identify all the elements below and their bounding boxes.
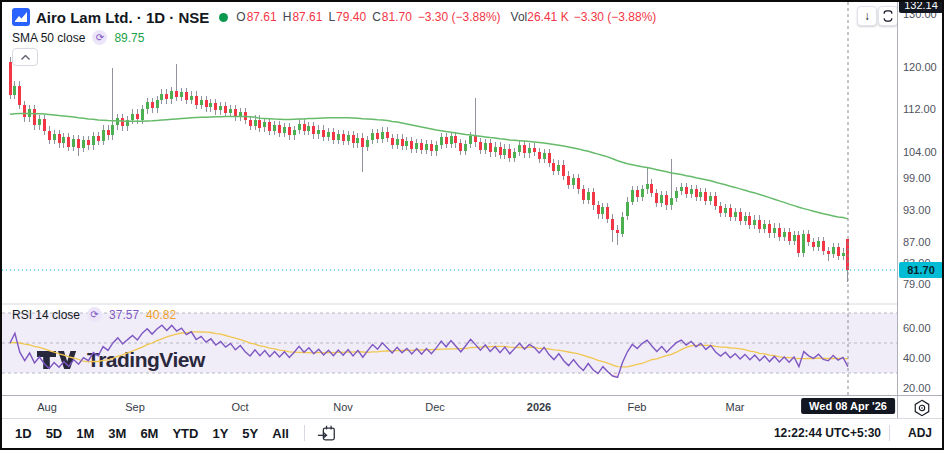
axis-settings-corner[interactable]	[897, 395, 944, 419]
candle	[165, 94, 168, 100]
rsi-tick: 40.00	[903, 352, 931, 364]
time-tick: Sep	[125, 401, 145, 413]
legend-collapse-button[interactable]	[12, 48, 38, 66]
candle	[283, 127, 286, 132]
candle	[783, 232, 786, 237]
range-button-5y[interactable]: 5Y	[235, 423, 265, 444]
candle	[33, 109, 36, 125]
range-button-ytd[interactable]: YTD	[165, 423, 205, 444]
price-axis[interactable]: 130.00120.00112.00104.0099.0093.0087.008…	[897, 2, 944, 395]
volume-change: −3.30 (−3.88%)	[574, 10, 657, 24]
candle	[758, 220, 761, 230]
candle	[185, 92, 188, 99]
candle	[464, 144, 467, 151]
candle	[621, 217, 624, 234]
candle	[72, 139, 75, 146]
chart-plot[interactable]	[2, 2, 897, 395]
candle	[175, 91, 178, 97]
candle	[121, 118, 124, 127]
candle	[396, 139, 399, 145]
candle	[219, 106, 222, 110]
candle	[209, 103, 212, 107]
rsi-tick: 60.00	[903, 322, 931, 334]
volume-value: 26.41 K	[527, 10, 568, 24]
candle	[587, 192, 590, 199]
candle	[503, 149, 506, 155]
clock[interactable]: 12:22:44 UTC+5:30	[774, 426, 881, 440]
volume-group: Vol26.41 K −3.30 (−3.88%)	[511, 10, 657, 24]
candle	[180, 92, 183, 97]
candle	[601, 207, 604, 214]
go-to-date-button[interactable]	[313, 424, 341, 443]
price-tick: 112.00	[903, 103, 936, 115]
candle	[450, 136, 453, 143]
reset-chart-button[interactable]	[878, 6, 898, 26]
rsi-tick: 20.00	[903, 382, 931, 394]
candle	[748, 216, 751, 225]
date-range-buttons: 1D5D1M3M6MYTD1Y5YAll	[8, 423, 296, 444]
candle	[842, 253, 845, 256]
candle	[641, 189, 644, 197]
candle	[494, 147, 497, 153]
adjust-data-toggle[interactable]: ADJ	[898, 423, 942, 443]
candle	[704, 192, 707, 201]
rsi-legend[interactable]: RSI 14 close ⟳ 37.57 40.82	[12, 307, 176, 322]
candle	[107, 130, 110, 136]
market-status-icon[interactable]	[219, 13, 228, 22]
range-button-5d[interactable]: 5D	[39, 423, 70, 444]
candle	[401, 139, 404, 146]
candle	[548, 153, 551, 163]
candle	[288, 127, 291, 135]
candle	[420, 143, 423, 150]
chart-canvas[interactable]: TradingView Airo Lam Ltd. · 1D · NSE O87…	[2, 2, 897, 395]
price-tick: 120.00	[903, 61, 937, 73]
candle	[484, 143, 487, 149]
range-button-1y[interactable]: 1Y	[205, 423, 235, 444]
candle	[763, 224, 766, 229]
symbol-logo-icon[interactable]	[12, 8, 30, 26]
candle	[53, 134, 56, 140]
candle	[156, 100, 159, 109]
time-axis[interactable]: AugSepOctNovDec2026FebMarWed 08 Apr '26	[2, 395, 897, 419]
candle	[597, 205, 600, 214]
candle	[699, 192, 702, 197]
range-button-1d[interactable]: 1D	[8, 423, 39, 444]
scroll-to-realtime-button[interactable]: ↓	[857, 6, 877, 26]
symbol-title[interactable]: Airo Lam Ltd. · 1D · NSE	[36, 9, 209, 26]
range-button-6m[interactable]: 6M	[133, 423, 165, 444]
candle	[773, 228, 776, 234]
price-tick: 87.00	[903, 236, 931, 248]
candle	[616, 230, 619, 234]
candle	[87, 140, 90, 145]
high-label: H	[283, 10, 292, 24]
candle	[371, 133, 374, 140]
candle	[97, 136, 100, 141]
sma-label: SMA 50 close	[12, 31, 85, 45]
candle	[62, 137, 65, 143]
candle	[631, 190, 634, 202]
candle	[361, 138, 364, 148]
range-button-1m[interactable]: 1M	[69, 423, 101, 444]
candle	[273, 125, 276, 130]
range-button-all[interactable]: All	[265, 423, 296, 444]
repaint-icon: ⟳	[87, 307, 102, 322]
candle	[778, 228, 781, 238]
price-tick: 99.00	[903, 172, 931, 184]
candle	[562, 165, 565, 176]
candle	[479, 142, 482, 149]
candle	[753, 220, 756, 225]
time-tick: Oct	[231, 401, 248, 413]
candle	[567, 176, 570, 185]
candle	[729, 208, 732, 217]
candle	[695, 189, 698, 197]
range-button-3m[interactable]: 3M	[101, 423, 133, 444]
candle	[170, 91, 173, 100]
sma-legend[interactable]: SMA 50 close ⟳ 89.75	[12, 30, 144, 45]
candle	[768, 224, 771, 234]
candle	[410, 141, 413, 148]
candle	[533, 148, 536, 152]
candle	[734, 212, 737, 217]
candle	[665, 195, 668, 205]
candle	[440, 137, 443, 145]
candle	[827, 251, 830, 254]
